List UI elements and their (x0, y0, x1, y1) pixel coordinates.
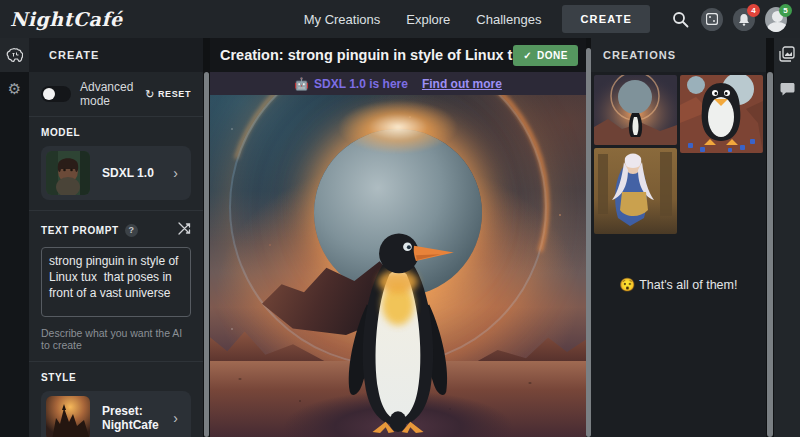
creations-thumbnail-grid (591, 72, 766, 237)
style-value: Preset: NightCafe (102, 404, 173, 432)
top-navbar: NightCafé My Creations Explore Challenge… (0, 0, 800, 38)
done-label: DONE (537, 50, 568, 61)
nav-link-challenges[interactable]: Challenges (476, 12, 541, 27)
model-chevron-icon: › (173, 165, 178, 181)
shuffle-prompt-icon[interactable] (178, 221, 191, 239)
model-section: MODEL SDXL 1.0 › (29, 117, 203, 211)
sdxl-banner: 🤖 SDXL 1.0 is here Find out more (210, 72, 586, 95)
creation-title: Creation: strong pinguin in style of Lin… (220, 47, 513, 63)
nightcafe-logo[interactable]: NightCafé (10, 8, 123, 30)
chat-bubble-icon[interactable] (780, 82, 795, 100)
create-button[interactable]: CREATE (562, 5, 650, 33)
end-of-creations-message: 😯That's all of them! (591, 277, 766, 292)
style-thumbnail (46, 396, 90, 437)
random-dice-icon[interactable] (701, 8, 723, 30)
creations-scrollbar[interactable] (766, 38, 774, 437)
prompt-helper-text: Describe what you want the AI to create (41, 327, 191, 351)
creations-header: CREATIONS (591, 38, 766, 72)
creation-column: Creation: strong pinguin in style of Lin… (210, 38, 586, 437)
settings-gear-icon[interactable]: ⚙ (0, 72, 29, 106)
notification-badge: 4 (747, 4, 760, 17)
center-scrollbar-thumb[interactable] (586, 48, 591, 437)
model-select-card[interactable]: SDXL 1.0 › (41, 146, 191, 200)
reset-label: RESET (158, 89, 191, 99)
toggle-knob (43, 88, 55, 100)
model-section-label: MODEL (41, 127, 80, 138)
model-thumbnail (46, 151, 90, 195)
sidebar-scrollbar-thumb[interactable] (204, 72, 209, 437)
prompt-input[interactable]: strong pinguin in style of Linux tux tha… (41, 247, 191, 317)
style-section: STYLE Preset: NightCafe › (29, 362, 203, 437)
creation-thumbnail-fantasy-girl[interactable] (594, 148, 677, 234)
banner-find-out-more-link[interactable]: Find out more (422, 77, 502, 91)
left-icon-rail: ⚙ (0, 38, 29, 437)
done-button[interactable]: ✓ DONE (513, 45, 578, 66)
text-prompt-section: TEXT PROMPT ? strong pinguin in style of… (29, 211, 203, 362)
nav-link-my-creations[interactable]: My Creations (304, 12, 381, 27)
style-chevron-icon: › (173, 410, 178, 426)
create-brain-icon[interactable] (0, 38, 29, 72)
creation-thumbnail-cartoon-tux[interactable] (680, 75, 763, 153)
model-value: SDXL 1.0 (102, 166, 173, 180)
nightcafe-app: NightCafé My Creations Explore Challenge… (0, 0, 800, 437)
advanced-mode-label: Advanced mode (80, 80, 145, 108)
profile-avatar[interactable]: 5 (765, 8, 787, 30)
search-icon[interactable] (669, 8, 691, 30)
main-row: ⚙ CREATE Advanced mode ↻ RESET MODEL (0, 38, 800, 437)
reset-icon: ↻ (145, 88, 155, 101)
check-icon: ✓ (523, 50, 532, 61)
prompt-section-label: TEXT PROMPT (41, 225, 119, 236)
prompt-help-icon[interactable]: ? (125, 224, 138, 237)
style-select-card[interactable]: Preset: NightCafe › (41, 391, 191, 437)
nav-link-explore[interactable]: Explore (406, 12, 450, 27)
center-scrollbar[interactable] (586, 38, 591, 437)
creations-scrollbar-thumb[interactable] (767, 72, 773, 437)
generated-image-penguin-space[interactable] (210, 95, 586, 437)
creation-thumbnail-penguin-space[interactable] (594, 75, 677, 145)
end-message-text: That's all of them! (639, 278, 737, 292)
creation-title-bar: Creation: strong pinguin in style of Lin… (210, 38, 586, 72)
style-section-label: STYLE (41, 372, 76, 383)
creations-panel: CREATIONS (591, 38, 766, 437)
robot-emoji-icon: 🤖 (294, 77, 309, 91)
banner-text: SDXL 1.0 is here (314, 77, 408, 91)
sidebar-header: CREATE (29, 38, 203, 72)
dice-icon-circle (701, 8, 723, 31)
advanced-mode-toggle[interactable] (41, 86, 71, 102)
sidebar-scrollbar[interactable] (203, 38, 210, 437)
gallery-stack-icon[interactable] (779, 46, 795, 66)
penguin-figure (331, 225, 465, 433)
create-settings-sidebar: CREATE Advanced mode ↻ RESET MODEL (29, 38, 203, 437)
gear-glyph: ⚙ (8, 80, 21, 98)
astonished-face-emoji: 😯 (620, 278, 636, 292)
right-icon-rail (774, 38, 800, 437)
notifications-bell-icon[interactable]: 4 (733, 8, 755, 30)
reset-button[interactable]: ↻ RESET (145, 88, 191, 101)
eclipse-flare (338, 100, 458, 154)
advanced-mode-row: Advanced mode ↻ RESET (29, 72, 203, 117)
profile-badge: 5 (779, 4, 792, 17)
